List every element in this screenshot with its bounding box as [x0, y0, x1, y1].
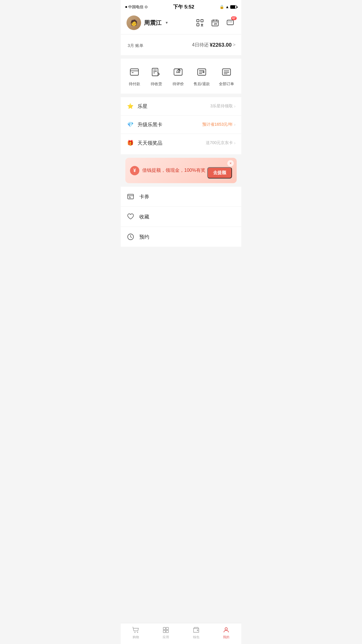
- svg-rect-19: [152, 68, 158, 76]
- status-bar: 中国电信 ⊙ 下午 5:52 🔒 ▲: [121, 0, 241, 13]
- order-item-pending-review[interactable]: 待评价: [172, 66, 184, 87]
- benefit-title-card: 升级乐黑卡: [138, 121, 162, 128]
- ad-action-button[interactable]: 去提额: [207, 167, 232, 178]
- benefit-left-prize: 🎁 天天领奖品: [126, 139, 162, 147]
- lock-icon: 🔒: [219, 5, 224, 9]
- coupon-icon: [126, 192, 135, 201]
- benefit-row-star[interactable]: ⭐ 乐星 3乐星待领取 ›: [121, 97, 241, 116]
- ad-yuan-icon: ¥: [130, 166, 139, 175]
- menu-section: 卡券 收藏 预约: [121, 187, 241, 247]
- heart-icon: [126, 213, 135, 221]
- benefit-right-card: 预计省1653元/年 ›: [202, 122, 236, 127]
- star-chevron: ›: [234, 104, 236, 108]
- message-badge: 67: [231, 16, 237, 20]
- all-orders-icon: [220, 66, 233, 78]
- svg-rect-0: [197, 20, 199, 22]
- aftersale-icon: [195, 66, 208, 78]
- user-info[interactable]: 🧑 周震江 ▼: [126, 15, 168, 30]
- benefit-row-prize[interactable]: 🎁 天天领奖品 送700元京东卡 ›: [121, 134, 241, 152]
- menu-row-appointment[interactable]: 预约: [121, 227, 241, 247]
- due-amount: ¥2263.00: [210, 42, 232, 48]
- order-item-all[interactable]: 全部订单: [219, 66, 234, 87]
- svg-rect-2: [197, 24, 199, 26]
- menu-label-appointment: 预约: [139, 234, 149, 240]
- order-label-3: 售后/退款: [194, 81, 210, 87]
- ad-left: ¥ 借钱提额，领现金，100%有奖: [130, 166, 205, 175]
- scan-button[interactable]: [195, 18, 205, 28]
- bill-due[interactable]: 4日待还 ¥2263.00 >: [192, 42, 236, 48]
- benefit-right-prize: 送700元京东卡 ›: [206, 140, 236, 146]
- benefit-row-card[interactable]: 💎 升级乐黑卡 预计省1653元/年 ›: [121, 116, 241, 134]
- bill-chevron: >: [233, 42, 236, 48]
- user-name: 周震江: [144, 19, 161, 27]
- bill-section[interactable]: 3月账单 4日待还 ¥2263.00 >: [121, 35, 241, 55]
- order-icons: 待付款 待收货: [124, 66, 238, 87]
- pending-review-icon: [172, 66, 184, 78]
- svg-rect-12: [227, 20, 233, 25]
- order-item-pending-receipt[interactable]: 待收货: [150, 66, 163, 87]
- battery-icon: [230, 5, 237, 9]
- pending-payment-icon: [128, 66, 141, 78]
- prize-chevron: ›: [234, 141, 236, 145]
- svg-rect-1: [201, 20, 203, 22]
- svg-rect-16: [130, 69, 138, 75]
- svg-line-43: [131, 237, 132, 238]
- avatar: 🧑: [126, 15, 141, 30]
- order-item-pending-payment[interactable]: 待付款: [128, 66, 141, 87]
- benefit-left-star: ⭐ 乐星: [126, 102, 147, 110]
- menu-row-coupon[interactable]: 卡券: [121, 187, 241, 207]
- header: 🧑 周震江 ▼ 28: [121, 13, 241, 34]
- carrier-info: 中国电信 ⊙: [125, 4, 148, 10]
- order-label-1: 待收货: [151, 81, 162, 87]
- benefit-title-star: 乐星: [138, 103, 147, 110]
- svg-text:28: 28: [214, 22, 217, 25]
- benefit-left-card: 💎 升级乐黑卡: [126, 121, 162, 128]
- dropdown-icon: ▼: [165, 21, 168, 25]
- menu-row-favorites[interactable]: 收藏: [121, 207, 241, 227]
- menu-label-favorites: 收藏: [139, 214, 149, 220]
- message-button[interactable]: 67: [225, 18, 236, 28]
- menu-label-coupon: 卡券: [139, 193, 149, 200]
- clock-icon: [126, 233, 135, 241]
- card-icon: 💎: [126, 121, 134, 128]
- order-label-4: 全部订单: [219, 81, 234, 87]
- due-text: 4日待还: [192, 42, 209, 48]
- prize-icon: 🎁: [126, 139, 134, 147]
- ad-text: 借钱提额，领现金，100%有奖: [142, 167, 205, 174]
- pending-receipt-icon: [150, 66, 163, 78]
- benefit-right-star: 3乐星待领取 ›: [210, 104, 236, 109]
- wifi-icon: ⊙: [145, 5, 148, 9]
- header-icons: 28 67: [195, 18, 236, 28]
- card-chevron: ›: [234, 122, 236, 127]
- status-time: 下午 5:52: [173, 4, 194, 10]
- svg-rect-33: [222, 69, 231, 75]
- signal-dot: [125, 6, 127, 8]
- battery-fill: [231, 6, 235, 8]
- bill-month: 3月账单: [126, 41, 143, 49]
- carrier-name: 中国电信: [128, 4, 143, 10]
- svg-rect-37: [128, 194, 133, 199]
- order-label-2: 待评价: [173, 81, 184, 87]
- benefit-title-prize: 天天领奖品: [138, 140, 162, 146]
- location-icon: ▲: [225, 5, 229, 9]
- order-label-0: 待付款: [129, 81, 140, 87]
- benefits-section: ⭐ 乐星 3乐星待领取 › 💎 升级乐黑卡 预计省1653元/年 › 🎁 天天领…: [121, 97, 241, 154]
- ad-banner: × ¥ 借钱提额，领现金，100%有奖 去提额: [125, 158, 237, 183]
- status-icons: 🔒 ▲: [219, 5, 237, 9]
- order-item-aftersale[interactable]: 售后/退款: [194, 66, 210, 87]
- ad-close-button[interactable]: ×: [227, 160, 234, 167]
- order-section: 待付款 待收货: [121, 59, 241, 94]
- star-icon: ⭐: [126, 102, 134, 110]
- calendar-button[interactable]: 28: [210, 18, 220, 28]
